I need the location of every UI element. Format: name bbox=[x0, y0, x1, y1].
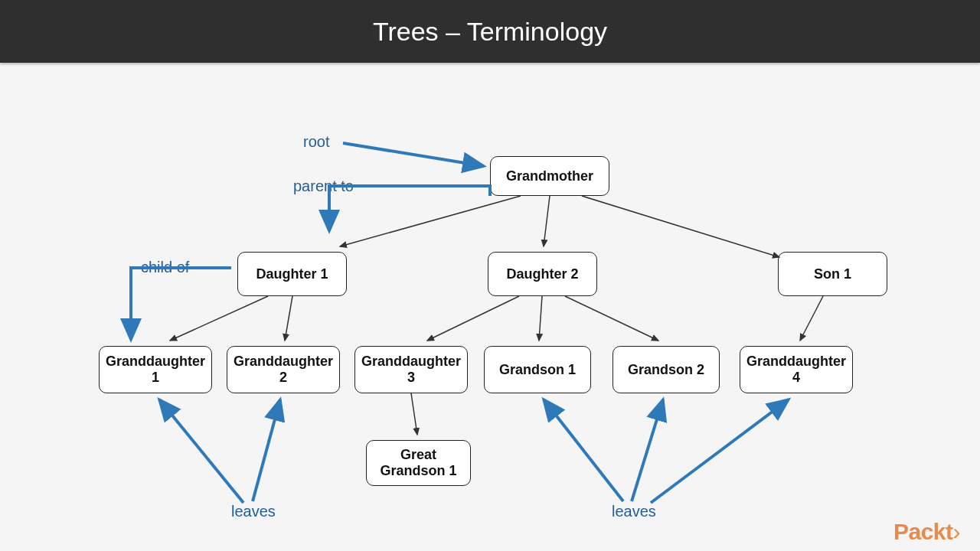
label-leaves-right: leaves bbox=[612, 503, 656, 520]
label-leaves-left: leaves bbox=[231, 503, 276, 520]
label-child-of: child of bbox=[141, 259, 189, 276]
connector-lines bbox=[0, 63, 980, 551]
svg-line-5 bbox=[651, 399, 789, 503]
page-title-text: Trees – Terminology bbox=[373, 17, 607, 47]
svg-line-6 bbox=[340, 196, 521, 246]
brand-logo: Packt› bbox=[893, 519, 960, 545]
node-grandmother: Grandmother bbox=[490, 156, 609, 196]
svg-line-1 bbox=[159, 399, 243, 503]
svg-line-0 bbox=[343, 143, 484, 166]
svg-line-2 bbox=[253, 399, 280, 501]
node-granddaughter-1: Granddaughter 1 bbox=[99, 346, 212, 393]
svg-line-9 bbox=[170, 296, 268, 341]
svg-line-7 bbox=[544, 196, 550, 246]
svg-line-12 bbox=[539, 296, 542, 341]
label-root: root bbox=[303, 133, 329, 151]
brand-chevron-icon: › bbox=[953, 519, 961, 544]
node-granddaughter-4: Granddaughter 4 bbox=[740, 346, 853, 393]
svg-line-8 bbox=[582, 196, 779, 257]
node-daughter-2: Daughter 2 bbox=[488, 252, 597, 296]
node-grandson-1: Grandson 1 bbox=[484, 346, 591, 393]
label-parent-to: parent to bbox=[293, 178, 354, 195]
node-granddaughter-2: Granddaughter 2 bbox=[227, 346, 340, 393]
node-son-1: Son 1 bbox=[778, 252, 887, 296]
svg-line-3 bbox=[544, 399, 623, 501]
node-great-grandson-1: Great Grandson 1 bbox=[366, 440, 471, 486]
brand-text: Packt bbox=[893, 519, 953, 544]
svg-line-11 bbox=[427, 296, 519, 341]
diagram-canvas: root parent to child of leaves leaves Gr… bbox=[0, 63, 980, 551]
page-title: Trees – Terminology bbox=[0, 0, 980, 63]
svg-line-15 bbox=[411, 393, 417, 435]
svg-line-13 bbox=[565, 296, 658, 341]
svg-line-4 bbox=[632, 399, 663, 501]
node-daughter-1: Daughter 1 bbox=[237, 252, 347, 296]
node-granddaughter-3: Granddaughter 3 bbox=[354, 346, 468, 393]
svg-line-10 bbox=[285, 296, 292, 341]
node-grandson-2: Grandson 2 bbox=[612, 346, 720, 393]
svg-line-14 bbox=[800, 296, 823, 341]
